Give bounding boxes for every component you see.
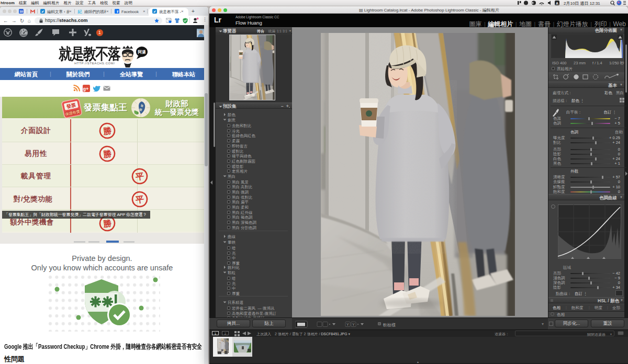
svg-text:f: f: [117, 9, 118, 14]
svg-text:2月10日 週日 12:31: 2月10日 週日 12:31: [564, 1, 600, 6]
svg-text:勝: 勝: [102, 219, 112, 229]
svg-text:勝: 勝: [102, 126, 112, 136]
svg-text:Y: Y: [346, 323, 349, 326]
svg-text:平: 平: [134, 172, 144, 181]
svg-text:紀: 紀: [77, 9, 82, 14]
svg-text:勝: 勝: [102, 149, 112, 159]
svg-text:A: A: [556, 2, 558, 5]
svg-text:Y: Y: [352, 323, 355, 326]
svg-text:g+: g+: [83, 86, 89, 92]
svg-text:10: 10: [19, 10, 23, 13]
svg-text:阿湯: 阿湯: [138, 50, 147, 54]
svg-text:平: 平: [134, 195, 144, 204]
